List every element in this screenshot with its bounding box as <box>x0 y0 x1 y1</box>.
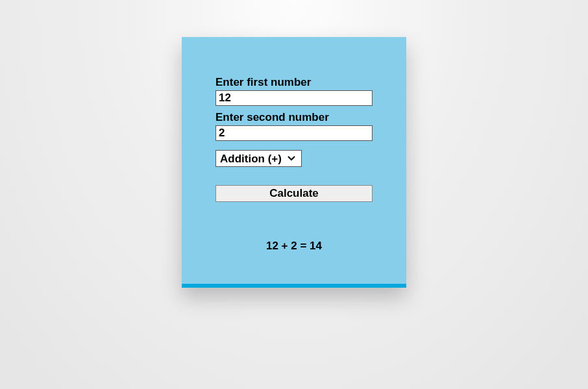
operation-select[interactable]: Addition (+) <box>215 150 302 167</box>
second-number-group: Enter second number <box>215 111 373 141</box>
result-text: 12 + 2 = 14 <box>215 240 373 253</box>
operation-select-wrap: Addition (+) <box>215 150 302 167</box>
first-number-input[interactable] <box>215 90 373 106</box>
second-number-label: Enter second number <box>215 111 373 124</box>
first-number-group: Enter first number <box>215 76 373 106</box>
calculator-card: Enter first number Enter second number A… <box>182 37 406 288</box>
first-number-label: Enter first number <box>215 76 373 89</box>
second-number-input[interactable] <box>215 125 373 141</box>
calculate-button[interactable]: Calculate <box>215 185 373 202</box>
